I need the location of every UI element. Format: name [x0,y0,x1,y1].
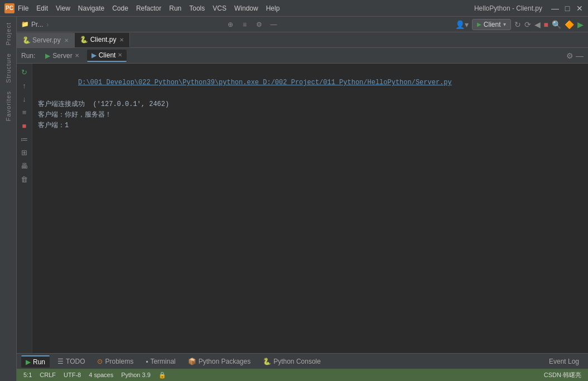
project-icon: 📁 [21,21,29,28]
nav-icon-gear[interactable]: ⚙ [253,18,266,31]
maximize-button[interactable]: □ [563,4,571,12]
run-tab-icon: ▶ [26,358,31,366]
status-line-col[interactable]: 5:1 [23,372,32,378]
step-back-icon[interactable]: ◀ [534,20,541,29]
bottom-tab-run[interactable]: ▶ Run [21,355,50,368]
tab-client-close[interactable]: ✕ [119,37,124,43]
status-encoding[interactable]: UTF-8 [64,372,81,378]
build-icon[interactable]: ⟳ [524,20,531,29]
nav-icon-close[interactable]: — [268,18,280,31]
menu-item-run[interactable]: Run [169,4,181,12]
bottom-tab-event-log[interactable]: Event Log [544,355,584,368]
run-config-arrow: ▾ [503,21,506,27]
bottom-tab-terminal[interactable]: ▪ Terminal [141,355,180,368]
run-bar: Run: ▶ Server ✕ ▶ Client ✕ ⚙ — [17,48,588,64]
close-button[interactable]: ✕ [576,4,584,12]
tab-server-py[interactable]: 🐍 Server.py ✕ [17,33,75,47]
problems-label: Problems [105,358,133,365]
console-output: D:\001_Develop\022_Python\Python39\pytho… [32,64,588,353]
bottom-tab-todo[interactable]: ☰ TODO [53,355,89,368]
status-bar: 5:1 CRLF UTF-8 4 spaces Python 3.9 🔒 CSD… [17,369,588,381]
search-icon[interactable]: 🔍 [552,20,561,29]
bottom-tab-problems[interactable]: ⊙ Problems [93,355,138,368]
bottom-tab-python-packages[interactable]: 📦 Python Packages [184,355,255,368]
project-label[interactable]: Pr... [31,21,43,28]
run-tab-server[interactable]: ▶ Server ✕ [41,50,83,62]
server-run-icon: ▶ [45,52,50,60]
watermark-text: CSDN·韩曙亮 [544,371,581,379]
menu-item-view[interactable]: View [56,4,70,12]
project-sidebar-label[interactable]: Project [4,19,13,49]
menu-item-help[interactable]: Help [266,4,280,12]
status-line-ending[interactable]: CRLF [40,372,56,378]
run-tab-server-label: Server [52,52,72,60]
nav-icon-list[interactable]: ≡ [239,18,251,31]
gutter-down[interactable]: ↓ [18,93,31,105]
user-icon[interactable]: 👤▾ [455,20,469,29]
command-link[interactable]: D:\001_Develop\022_Python\Python39\pytho… [78,79,452,86]
nav-bar: 📁 Pr... › ⊕ ≡ ⚙ — 👤▾ ▶ Client ▾ ↻ ⟳ ◀ [17,17,588,32]
minimize-button[interactable]: — [551,4,559,12]
nav-icons: ⊕ ≡ ⚙ — [224,18,280,31]
console-line-3: 客户端：1 [38,120,582,131]
lightning-icon[interactable]: 🔶 [565,20,574,29]
console-line-1: 客户端连接成功 ('127.0.0.1', 2462) [38,99,582,110]
tab-client-py[interactable]: 🐍 Client.py ✕ [75,33,131,47]
run-tab-client[interactable]: ▶ Client ✕ [87,50,127,62]
gutter-grid[interactable]: ⊞ [18,146,31,158]
gutter-delete[interactable]: 🗑 [18,173,31,185]
favorites-sidebar-label[interactable]: Favorites [4,88,13,124]
run-config-label: Client [484,21,501,28]
tab-server-label: Server.py [32,36,61,44]
status-python-version[interactable]: Python 3.9 [121,372,151,378]
watermark-area: CSDN·韩曙亮 [544,371,581,379]
bottom-tab-python-console[interactable]: 🐍 Python Console [258,355,325,368]
menu-item-tools[interactable]: Tools [189,4,205,12]
gutter-wrap[interactable]: ≡ [18,106,31,118]
packages-label: Python Packages [199,358,250,365]
output-gutter: ↻ ↑ ↓ ≡ ■ ≔ ⊞ 🖶 🗑 [17,64,32,353]
stop-icon[interactable]: ■ [544,20,548,29]
gutter-up[interactable]: ↑ [18,79,31,91]
run-bottom-label: Run [33,358,45,366]
console-command: D:\001_Develop\022_Python\Python39\pytho… [38,67,582,99]
run-config-icon: ▶ [477,21,481,27]
menu-item-refactor[interactable]: Refactor [136,4,161,12]
todo-icon: ☰ [57,358,64,365]
title-bar: PC FileEditViewNavigateCodeRefactorRunTo… [0,0,588,17]
status-lock-icon[interactable]: 🔒 [158,372,166,379]
menu-item-navigate[interactable]: Navigate [78,4,104,12]
menu-bar[interactable]: FileEditViewNavigateCodeRefactorRunTools… [18,4,279,12]
menu-item-code[interactable]: Code [112,4,128,12]
gutter-rerun[interactable]: ↻ [18,66,31,78]
rerun-icon[interactable]: ↻ [514,20,521,29]
menu-item-window[interactable]: Window [234,4,258,12]
window-controls[interactable]: — □ ✕ [551,4,584,12]
editor-tab-bar: 🐍 Server.py ✕ 🐍 Client.py ✕ [17,32,588,48]
tab-server-close[interactable]: ✕ [64,37,69,44]
play-icon[interactable]: ▶ [577,20,584,29]
console-tab-label: Python Console [273,358,321,365]
content-area: 📁 Pr... › ⊕ ≡ ⚙ — 👤▾ ▶ Client ▾ ↻ ⟳ ◀ [17,17,588,381]
run-minus-icon[interactable]: — [576,51,584,60]
run-tab-client-close[interactable]: ✕ [118,52,122,58]
run-bar-right: ⚙ — [566,51,584,60]
window-title: HelloPython - Client.py [474,4,542,12]
output-area: ↻ ↑ ↓ ≡ ■ ≔ ⊞ 🖶 🗑 D:\001_Develop\022_Pyt… [17,64,588,353]
todo-label: TODO [66,358,85,365]
gutter-pin[interactable]: ≔ [18,133,31,145]
menu-item-edit[interactable]: Edit [36,4,48,12]
run-config-dropdown[interactable]: ▶ Client ▾ [472,19,511,30]
activity-bar: Project Structure Favorites [0,17,17,381]
app-logo: PC [4,3,15,13]
structure-sidebar-label[interactable]: Structure [4,50,13,86]
gutter-stop[interactable]: ■ [18,119,31,132]
nav-icon-add[interactable]: ⊕ [224,18,237,31]
run-settings-icon[interactable]: ⚙ [566,51,573,60]
tab-client-label: Client.py [90,36,117,44]
menu-item-file[interactable]: File [18,4,28,12]
status-indent[interactable]: 4 spaces [89,372,113,378]
run-tab-server-close[interactable]: ✕ [75,52,79,59]
gutter-print[interactable]: 🖶 [18,160,31,172]
menu-item-vcs[interactable]: VCS [213,4,226,12]
